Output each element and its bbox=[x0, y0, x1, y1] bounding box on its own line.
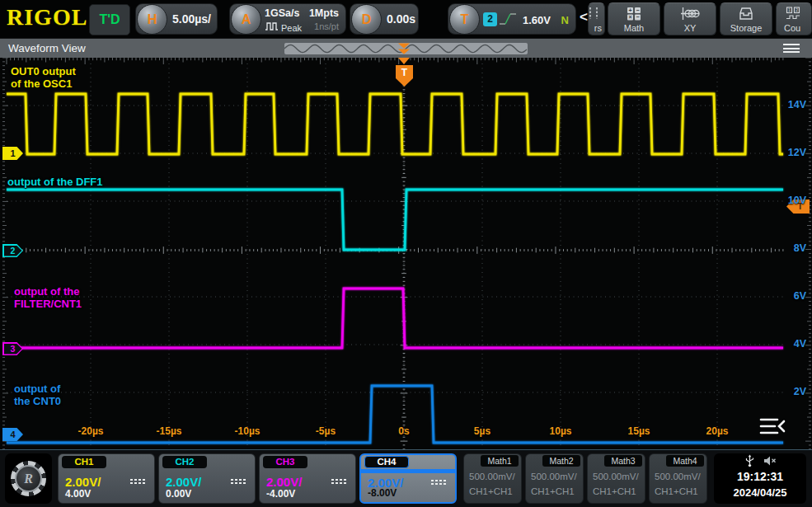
channel-scale: 2.00V/ bbox=[65, 475, 101, 489]
channel-card-ch2[interactable]: CH22.00V/0.00V bbox=[158, 453, 256, 504]
time-label-15µs: 15µs bbox=[620, 425, 658, 437]
math-scale: 500.00mV/ bbox=[593, 472, 639, 481]
coupling-dashes-icon bbox=[231, 479, 246, 486]
channel-label-4: output of the CNT0 bbox=[14, 383, 61, 407]
channel-tab: CH1 bbox=[62, 456, 106, 468]
storage-icon bbox=[738, 7, 754, 24]
math-card-math4[interactable]: Math4500.00mV/CH1+CH1 bbox=[649, 453, 707, 504]
channel-scale: 2.00V/ bbox=[266, 475, 302, 489]
toolbar-button-cou[interactable]: 12Cou bbox=[776, 2, 812, 35]
titlebar-menu-icon[interactable] bbox=[783, 44, 800, 55]
memory-position-scrollbar[interactable] bbox=[284, 43, 528, 54]
time-label--10µs: -10µs bbox=[228, 425, 266, 437]
math-scale: 500.00mV/ bbox=[531, 472, 577, 481]
time-label--20µs: -20µs bbox=[72, 425, 110, 437]
volt-label-2V: 2V bbox=[778, 386, 806, 397]
time-label--5µs: -5µs bbox=[307, 425, 345, 437]
trigger-noise-flag: N bbox=[561, 14, 569, 26]
clock-time: 19:12:31 bbox=[714, 470, 806, 483]
svg-text:×: × bbox=[628, 14, 631, 20]
math-scale: 500.00mV/ bbox=[655, 472, 701, 481]
channel-tab: CH4 bbox=[364, 456, 409, 468]
svg-text:2: 2 bbox=[796, 7, 798, 12]
trigger-level-value: 1.60V bbox=[523, 14, 551, 26]
math-scale: 500.00mV/ bbox=[469, 472, 515, 481]
time-label--15µs: -15µs bbox=[150, 425, 188, 437]
channel-marker-1[interactable]: 1 bbox=[2, 147, 23, 160]
channel-marker-4[interactable]: 4 bbox=[2, 428, 23, 441]
math-card-math1[interactable]: Math1500.00mV/CH1+CH1 bbox=[463, 453, 522, 504]
svg-text:+: + bbox=[628, 7, 631, 13]
horizontal-group[interactable]: H 5.00µs/ bbox=[135, 3, 218, 35]
memory-depth: 1Mpts bbox=[309, 7, 339, 19]
toolbar-scroll-left-icon[interactable]: < bbox=[580, 9, 588, 26]
math-card-math2[interactable]: Math2500.00mV/CH1+CH1 bbox=[525, 453, 584, 504]
display-menu-collapse-icon[interactable] bbox=[758, 416, 786, 441]
channel-offset: -8.00V bbox=[368, 487, 397, 499]
trigger-status-button[interactable]: T'D bbox=[89, 4, 130, 35]
toolbar-button-xy[interactable]: XY bbox=[664, 2, 716, 35]
channel-label-1: OUT0 output of the OSC1 bbox=[11, 65, 76, 90]
time-label-0s: 0s bbox=[385, 425, 423, 437]
math-source: CH1+CH1 bbox=[469, 486, 513, 496]
channel-card-ch4[interactable]: CH42.00V/-8.00V bbox=[359, 453, 457, 504]
time-label-20µs: 20µs bbox=[698, 425, 736, 437]
waveform-trace bbox=[7, 190, 783, 250]
trigger-source-badge: 2 bbox=[483, 12, 497, 26]
math-tab: Math3 bbox=[604, 455, 642, 467]
rigol-menu-button[interactable]: R bbox=[5, 453, 52, 504]
acquire-group[interactable]: A 1GSa/s Peak 1Mpts 1ns/pt bbox=[229, 3, 346, 35]
channel-label-3: output of the FILTER/CNT1 bbox=[14, 285, 82, 310]
math-icon: +−×− bbox=[626, 7, 642, 24]
channel-marker-2[interactable]: 2 bbox=[2, 244, 23, 257]
math-card-math3[interactable]: Math3500.00mV/CH1+CH1 bbox=[587, 453, 645, 504]
math-tab: Math2 bbox=[542, 455, 580, 467]
channel-card-ch3[interactable]: CH32.00V/-4.00V bbox=[259, 453, 356, 504]
channel-card-ch1[interactable]: CH12.00V/4.00V bbox=[58, 453, 155, 504]
usb-icon bbox=[744, 454, 755, 471]
waveform-trace bbox=[7, 289, 783, 348]
math-source: CH1+CH1 bbox=[531, 486, 575, 496]
svg-text:−: − bbox=[636, 14, 639, 20]
channel-tab: CH2 bbox=[162, 456, 207, 468]
clock-date: 2024/04/25 bbox=[714, 486, 806, 499]
waveform-trace bbox=[7, 94, 783, 154]
delay-knob[interactable]: D bbox=[351, 4, 382, 35]
toolbar-button-storage[interactable]: Storage bbox=[720, 2, 772, 35]
horizontal-knob[interactable]: H bbox=[137, 4, 167, 35]
waveform-view-titlebar: Waveform View bbox=[0, 38, 812, 58]
strip-trigger-marker-icon bbox=[398, 44, 410, 49]
svg-text:1: 1 bbox=[788, 7, 791, 12]
math-tab: Math1 bbox=[481, 455, 519, 467]
waveform-display[interactable]: T T OUT0 output of the OSC1output of the… bbox=[0, 58, 812, 449]
channel-tab: CH3 bbox=[263, 456, 307, 468]
channel-label-2: output of the DFF1 bbox=[7, 176, 103, 188]
oscilloscope-screen: RIGOL T'D H 5.00µs/ A 1GSa/s Peak 1Mpts … bbox=[0, 0, 812, 507]
topbar: RIGOL T'D H 5.00µs/ A 1GSa/s Peak 1Mpts … bbox=[0, 0, 812, 38]
gear-icon: R bbox=[11, 461, 46, 496]
bottombar: R CH12.00V/4.00VCH22.00V/0.00VCH32.00V/-… bbox=[0, 449, 812, 507]
delay-group[interactable]: D 0.00s bbox=[350, 3, 419, 35]
toolbar-button-math[interactable]: +−×−Math bbox=[608, 2, 660, 35]
trigger-group[interactable]: T 2 1.60V N bbox=[448, 3, 576, 35]
sample-rate: 1GSa/s bbox=[265, 7, 299, 19]
volt-label-6V: 6V bbox=[778, 290, 806, 302]
math-source: CH1+CH1 bbox=[655, 486, 698, 496]
coupling-dashes-icon bbox=[431, 480, 446, 487]
channel-offset: -4.00V bbox=[266, 488, 295, 500]
waveform-view-title: Waveform View bbox=[8, 42, 86, 54]
rigol-logo: RIGOL bbox=[7, 4, 87, 31]
trigger-knob[interactable]: T bbox=[449, 4, 480, 35]
toolbar-button-rs[interactable]: rs bbox=[588, 2, 605, 35]
channel-marker-3[interactable]: 3 bbox=[2, 342, 23, 355]
acquire-knob[interactable]: A bbox=[231, 4, 261, 35]
time-label-10µs: 10µs bbox=[542, 425, 580, 437]
math-tab: Math4 bbox=[666, 455, 704, 467]
speaker-muted-icon bbox=[763, 455, 777, 470]
volt-label-10V: 10V bbox=[778, 195, 806, 206]
channel-offset: 4.00V bbox=[65, 488, 91, 500]
svg-text:−: − bbox=[636, 7, 639, 13]
timebase-scale: 5.00µs/ bbox=[172, 12, 211, 26]
channel-offset: 0.00V bbox=[166, 488, 191, 500]
clock-panel[interactable]: 19:12:31 2024/04/25 bbox=[714, 453, 806, 504]
